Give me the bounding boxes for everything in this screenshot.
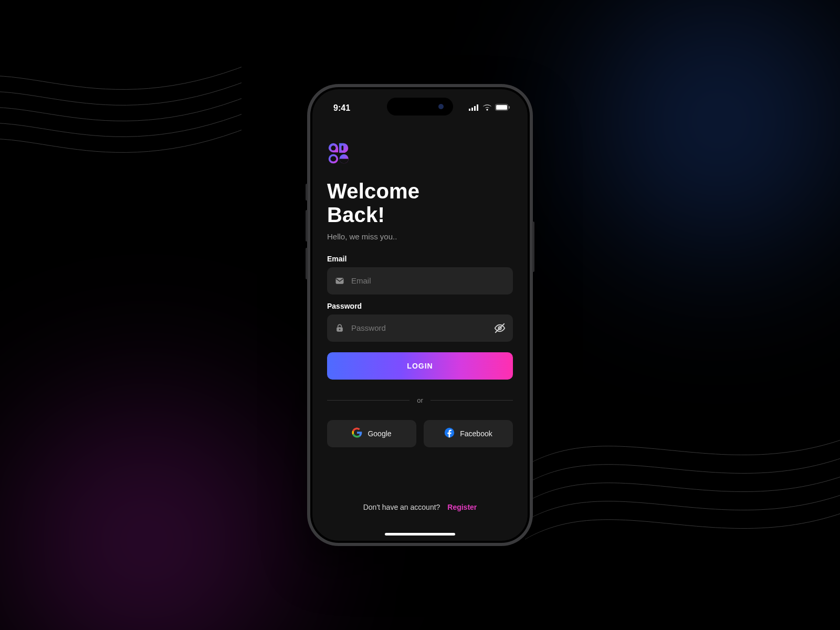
email-field-group: Email xyxy=(327,255,513,295)
divider-line xyxy=(327,400,410,401)
phone-side-button xyxy=(306,184,308,201)
facebook-login-button[interactable]: Facebook xyxy=(424,420,513,447)
page-subtitle: Hello, we miss you.. xyxy=(327,232,513,241)
divider-line xyxy=(430,400,513,401)
screen: 9:41 xyxy=(312,89,528,541)
phone-side-button xyxy=(306,248,308,279)
divider-label: or xyxy=(417,396,423,404)
password-input-wrap[interactable] xyxy=(327,314,513,342)
divider: or xyxy=(327,396,513,404)
footer: Don't have an account? Register xyxy=(327,503,513,526)
google-login-button[interactable]: Google xyxy=(327,420,416,447)
login-button[interactable]: LOGIN xyxy=(327,352,513,380)
background-glow-blue xyxy=(520,0,840,320)
svg-point-7 xyxy=(331,145,335,150)
phone-side-button xyxy=(532,222,534,272)
password-field-group: Password xyxy=(327,302,513,342)
svg-point-14 xyxy=(339,329,341,330)
password-label: Password xyxy=(327,302,513,310)
lock-icon xyxy=(334,323,345,333)
svg-rect-10 xyxy=(330,156,336,162)
mail-icon xyxy=(334,276,345,286)
app-logo xyxy=(327,142,350,165)
phone-mockup: 9:41 xyxy=(307,84,533,546)
social-login-row: Google Facebook xyxy=(327,420,513,447)
eye-off-icon[interactable] xyxy=(494,322,506,334)
dynamic-island xyxy=(387,98,453,116)
background-glow-purple xyxy=(0,331,357,630)
title-line: Welcome xyxy=(327,180,419,203)
register-link[interactable]: Register xyxy=(447,503,477,511)
home-indicator xyxy=(385,533,455,536)
svg-rect-8 xyxy=(342,145,344,150)
decorative-waves-bottom-right xyxy=(525,357,840,567)
password-input[interactable] xyxy=(351,323,488,332)
facebook-icon xyxy=(444,427,455,439)
login-form: Email Password xyxy=(327,255,513,447)
page-title: Welcome Back! xyxy=(327,180,513,227)
email-label: Email xyxy=(327,255,513,263)
google-icon xyxy=(352,427,362,439)
email-input[interactable] xyxy=(351,276,506,285)
footer-prompt: Don't have an account? xyxy=(363,503,440,511)
decorative-waves-top-left xyxy=(0,47,242,226)
facebook-label: Facebook xyxy=(460,429,492,438)
phone-side-button xyxy=(306,210,308,242)
email-input-wrap[interactable] xyxy=(327,267,513,295)
title-line: Back! xyxy=(327,203,385,226)
google-label: Google xyxy=(368,429,391,438)
